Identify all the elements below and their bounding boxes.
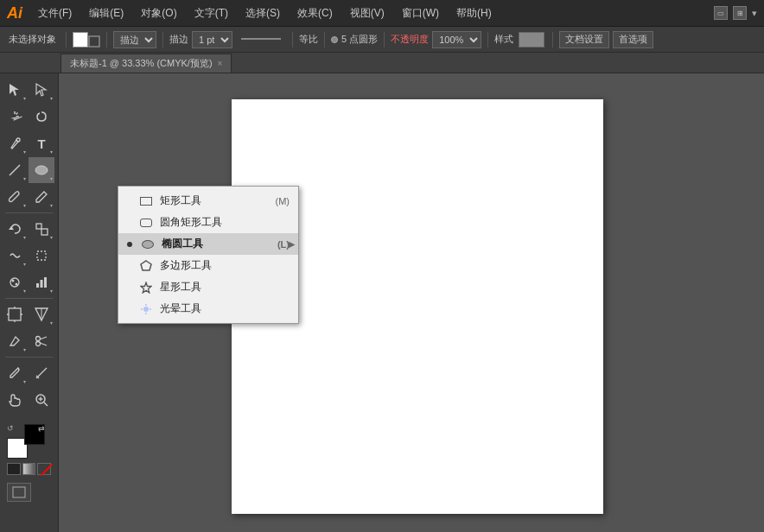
svg-point-5	[16, 138, 20, 142]
measure-tool[interactable]	[29, 360, 54, 386]
doc-settings-button[interactable]: 文档设置	[559, 31, 609, 48]
opacity-label: 不透明度	[391, 33, 429, 46]
menu-type[interactable]: 文字(T)	[189, 4, 233, 22]
pen-tool[interactable]: ▾	[2, 130, 28, 156]
pencil-tool[interactable]: ▾	[29, 184, 54, 210]
rotate-tool[interactable]: ▾	[2, 216, 28, 242]
toolbar-separator-8	[552, 32, 553, 48]
svg-point-7	[35, 166, 48, 174]
brush-corner-arrow: ▾	[23, 202, 26, 208]
pencil-corner-arrow: ▾	[50, 202, 53, 208]
toolbar: 未选择对象 描边 描边 1 pt 等比 5 点圆形 不透明度 100% 样式	[0, 27, 764, 53]
screen-mode-area	[2, 479, 56, 505]
style-preview[interactable]	[519, 32, 544, 48]
type-corner-arrow: ▾	[50, 149, 53, 155]
svg-rect-10	[41, 229, 48, 235]
stroke-width-select[interactable]: 1 pt	[192, 31, 232, 48]
rounded-rect-label: 圆角矩形工具	[160, 215, 222, 230]
scale-corner-arrow: ▾	[50, 234, 53, 240]
svg-line-28	[40, 343, 47, 345]
screen-mode-btn[interactable]	[7, 483, 31, 502]
warp-tool[interactable]: ▾	[2, 243, 28, 269]
selection-tool[interactable]: ▾	[2, 77, 28, 103]
menu-file[interactable]: 文件(F)	[33, 4, 77, 22]
window-extra: ▾	[752, 8, 757, 19]
eraser-corner-arrow: ▾	[23, 346, 26, 352]
svg-point-25	[36, 337, 41, 341]
menu-window[interactable]: 窗口(W)	[397, 4, 444, 22]
tool-row-12	[2, 387, 56, 413]
menu-view[interactable]: 视图(V)	[345, 4, 390, 22]
menu-item-flare[interactable]: 光晕工具	[118, 298, 298, 320]
free-transform-tool[interactable]	[29, 243, 54, 269]
symbol-tool[interactable]: ▾	[2, 269, 28, 295]
svg-rect-0	[89, 36, 99, 47]
shape-tool[interactable]: ▾	[29, 157, 54, 183]
lasso-tool[interactable]	[29, 104, 54, 130]
menu-item-rect[interactable]: 矩形工具 (M)	[118, 190, 298, 212]
points-label: 5 点圆形	[341, 33, 378, 46]
fill-color-swatch[interactable]	[73, 32, 88, 48]
opacity-select[interactable]: 100%	[432, 31, 481, 48]
color-mode-btn[interactable]	[7, 463, 21, 475]
zoom-tool[interactable]	[29, 387, 54, 413]
document-tab[interactable]: 未标题-1 @ 33.33% (CMYK/预览) ×	[60, 54, 232, 73]
rotate-corner-arrow: ▾	[23, 234, 26, 240]
scissors-tool[interactable]	[29, 328, 54, 354]
menu-effect[interactable]: 效果(C)	[292, 4, 338, 22]
hand-tool[interactable]	[2, 387, 28, 413]
canvas-area: 矩形工具 (M) 圆角矩形工具 椭圆工具 (L) ▶	[59, 73, 764, 532]
tool-row-3: ▾ T ▾	[2, 130, 56, 156]
menu-edit[interactable]: 编辑(E)	[84, 4, 129, 22]
stroke-line-preview	[239, 32, 283, 48]
menu-help[interactable]: 帮助(H)	[451, 4, 497, 22]
title-bar: Ai 文件(F) 编辑(E) 对象(O) 文字(T) 选择(S) 效果(C) 视…	[0, 0, 764, 27]
ellipse-bullet	[127, 242, 132, 247]
none-mode-btn[interactable]	[37, 463, 51, 475]
equal-label: 等比	[299, 33, 318, 46]
slice-tool[interactable]: ▾	[29, 301, 54, 327]
toolbar-separator-1	[66, 32, 67, 48]
toolbar-separator-3	[162, 32, 163, 48]
svg-line-6	[10, 165, 20, 175]
window-grid-icon[interactable]: ⊞	[733, 6, 747, 20]
menu-item-rounded-rect[interactable]: 圆角矩形工具	[118, 212, 298, 233]
artboard-tool[interactable]	[2, 301, 28, 327]
direct-selection-tool[interactable]: ▾	[29, 77, 54, 103]
tab-close-button[interactable]: ×	[218, 59, 223, 68]
menu-item-star[interactable]: 星形工具	[118, 276, 298, 298]
magic-wand-tool[interactable]	[2, 104, 28, 130]
swap-color-icon[interactable]: ⇄	[38, 424, 45, 433]
rect-icon	[139, 194, 153, 208]
stroke-type-select[interactable]: 描边	[113, 31, 156, 48]
eyedropper-tool[interactable]: ▾	[2, 360, 28, 386]
line-tool[interactable]: ▾	[2, 157, 28, 183]
type-tool[interactable]: T ▾	[29, 130, 54, 156]
brush-tool[interactable]: ▾	[2, 184, 28, 210]
first-option-button[interactable]: 首选项	[613, 31, 653, 48]
eraser-tool[interactable]: ▾	[2, 328, 28, 354]
window-minimize-icon[interactable]: ▭	[714, 6, 728, 20]
ellipse-icon	[141, 238, 155, 251]
rect-shortcut: (M)	[276, 196, 290, 206]
stroke-color-swatch[interactable]	[88, 35, 100, 48]
graph-tool[interactable]: ▾	[29, 269, 54, 295]
svg-rect-9	[36, 224, 41, 229]
scale-tool[interactable]: ▾	[29, 216, 54, 242]
direct-sel-corner-arrow: ▾	[50, 95, 53, 101]
svg-line-32	[44, 402, 48, 406]
svg-marker-36	[141, 261, 151, 270]
svg-marker-8	[9, 226, 14, 230]
menu-item-ellipse[interactable]: 椭圆工具 (L) ▶	[118, 233, 298, 255]
menu-select[interactable]: 选择(S)	[240, 4, 285, 22]
reset-color-icon[interactable]: ↺	[7, 424, 14, 433]
toolbar-separator-4	[292, 32, 293, 48]
menu-item-polygon[interactable]: 多边形工具	[118, 255, 298, 276]
svg-line-4	[16, 113, 18, 115]
polygon-icon	[139, 259, 153, 273]
svg-point-14	[16, 283, 18, 286]
ellipse-shortcut: (L)	[277, 239, 290, 250]
ellipse-submenu-arrow: ▶	[289, 240, 295, 249]
gradient-mode-btn[interactable]	[22, 463, 36, 475]
menu-object[interactable]: 对象(O)	[136, 4, 181, 22]
